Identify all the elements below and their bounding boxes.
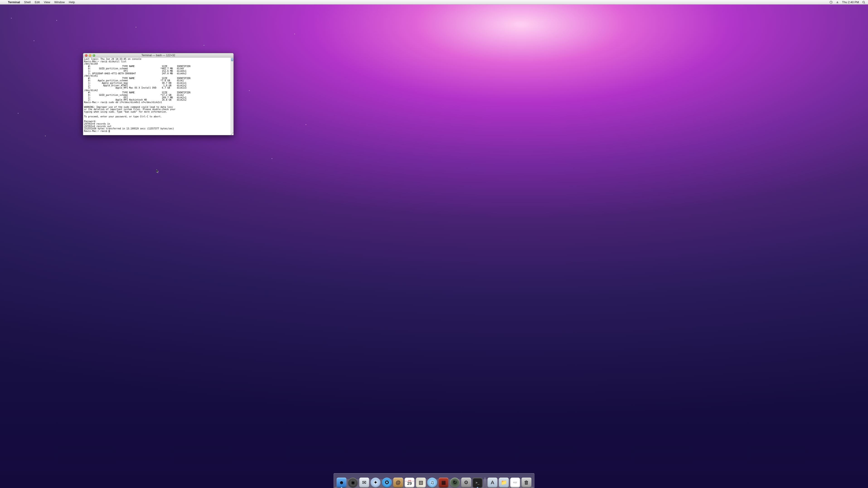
itunes-icon: ♫	[427, 478, 437, 488]
time-machine-status-icon[interactable]	[830, 1, 833, 4]
dashboard-icon: ◉	[348, 478, 358, 488]
dock-item-finder[interactable]: ☻	[337, 478, 346, 488]
dock-item-systempreferences[interactable]: ⚙	[461, 478, 471, 488]
dock-item-dashboard[interactable]: ◉	[348, 478, 358, 488]
dock-item-addressbook[interactable]: @	[393, 478, 403, 488]
ichat-icon: ✪	[382, 478, 392, 488]
terminal-window[interactable]: Terminal — bash — 122×32 Last login: Thu…	[83, 53, 234, 135]
menu-view[interactable]: View	[42, 0, 52, 4]
dock-item-trash[interactable]: 🗑	[522, 478, 531, 488]
dock-item-terminal[interactable]: >_	[472, 478, 483, 488]
dock-item-preview[interactable]: ▧	[416, 478, 426, 488]
documents-folder-icon: 📁	[499, 478, 509, 488]
terminal-icon: >_	[472, 478, 483, 488]
dock-item-mail[interactable]: ✉	[359, 478, 369, 488]
safari-icon: ✦	[371, 478, 380, 488]
dock: ☻◉✉✦✪@JUN29▧♫▦↻⚙>_A📁PDF🗑	[334, 473, 534, 488]
window-resize-grip[interactable]	[231, 132, 234, 135]
dock-item-pdf-document[interactable]: PDF	[510, 478, 520, 488]
systempreferences-icon: ⚙	[461, 478, 471, 488]
menubar-clock[interactable]: Thu 2:40 PM	[842, 0, 859, 4]
running-indicator	[477, 487, 478, 488]
dock-item-ical[interactable]: JUN29	[405, 478, 414, 488]
dock-item-itunes[interactable]: ♫	[427, 478, 437, 488]
window-titlebar[interactable]: Terminal — bash — 122×32	[83, 53, 234, 58]
menu-help[interactable]: Help	[67, 0, 77, 4]
running-indicator	[341, 487, 342, 488]
finder-icon: ☻	[337, 478, 346, 488]
dock-item-photobooth[interactable]: ▦	[438, 478, 448, 488]
window-minimize-button[interactable]	[89, 54, 91, 57]
dock-item-documents-folder[interactable]: 📁	[499, 478, 509, 488]
window-close-button[interactable]	[85, 54, 88, 57]
trash-icon: 🗑	[522, 478, 531, 488]
applications-folder-icon: A	[488, 478, 497, 488]
menubar: Terminal Shell Edit View Window Help Thu…	[0, 0, 868, 4]
menu-shell[interactable]: Shell	[22, 0, 33, 4]
scrollbar-thumb[interactable]	[231, 58, 233, 61]
window-title: Terminal — bash — 122×32	[83, 54, 234, 57]
terminal-scrollbar[interactable]	[231, 58, 234, 133]
photobooth-icon: ▦	[438, 478, 448, 488]
terminal-output[interactable]: Last login: Thu Jun 29 14:33:45 on conso…	[83, 58, 234, 135]
dock-item-applications-folder[interactable]: A	[488, 478, 497, 488]
mail-icon: ✉	[359, 478, 369, 488]
ical-icon: JUN29	[405, 478, 414, 488]
app-menu[interactable]: Terminal	[6, 0, 22, 4]
timemachine-icon: ↻	[450, 478, 460, 488]
addressbook-icon: @	[393, 478, 403, 488]
window-zoom-button[interactable]	[93, 54, 95, 57]
dock-item-ichat[interactable]: ✪	[382, 478, 392, 488]
eject-status-icon[interactable]	[836, 1, 839, 4]
preview-icon: ▧	[416, 478, 426, 488]
pdf-document-icon: PDF	[510, 478, 520, 488]
terminal-cursor	[108, 130, 110, 132]
menu-edit[interactable]: Edit	[33, 0, 42, 4]
mouse-cursor-icon	[156, 169, 159, 173]
spotlight-icon[interactable]	[862, 1, 865, 4]
menu-window[interactable]: Window	[52, 0, 67, 4]
dock-item-timemachine[interactable]: ↻	[450, 478, 460, 488]
dock-item-safari[interactable]: ✦	[371, 478, 380, 488]
dock-separator	[485, 478, 485, 488]
